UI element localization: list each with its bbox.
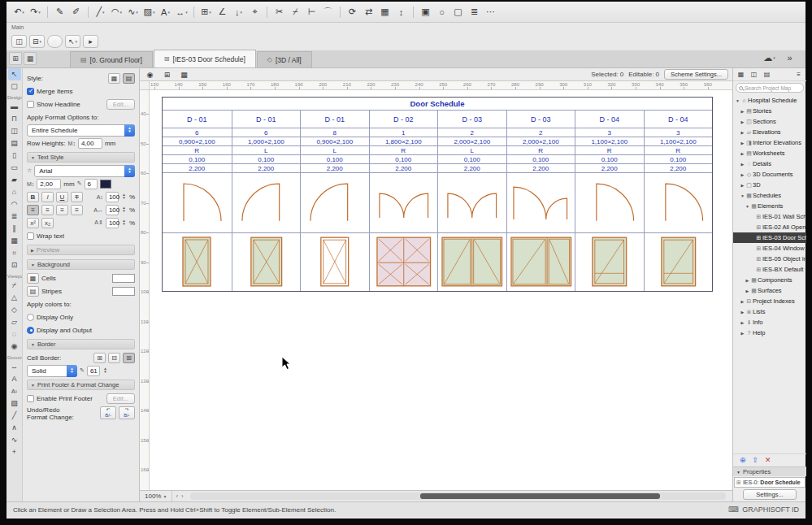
schedule-cell-header[interactable]: D - 01 bbox=[300, 111, 369, 128]
tree-item[interactable]: ⊞IES-02 All Openin... bbox=[733, 222, 806, 232]
schedule-cell-swing[interactable]: R bbox=[575, 146, 644, 154]
schedule-cell-height[interactable]: 2,200 bbox=[506, 164, 575, 172]
gravity-icon[interactable]: ↓▾ bbox=[231, 5, 246, 20]
delete-item-icon[interactable]: ✕ bbox=[765, 456, 771, 464]
tree-item[interactable]: ▶≣Lists bbox=[733, 306, 806, 317]
curtain-wall-tool[interactable]: ▤ bbox=[8, 137, 21, 150]
split-icon[interactable]: ⌿ bbox=[288, 5, 303, 20]
properties-item-row[interactable]: ⊞ IES-0: Door Schedule bbox=[734, 477, 805, 488]
quick-options-eye-icon[interactable]: ◉ bbox=[144, 69, 156, 80]
border-section-header[interactable]: ▼ Border bbox=[27, 339, 135, 349]
align-justify-icon[interactable]: ≡ bbox=[71, 205, 83, 215]
spline-tool-icon[interactable]: ∿▾ bbox=[125, 5, 141, 20]
detail-tool[interactable]: ◌ bbox=[8, 328, 21, 341]
stepper-icon[interactable]: ▲▼ bbox=[121, 206, 127, 213]
grid-snap-icon[interactable]: ⊞▾ bbox=[198, 5, 214, 20]
tab-overflow-icon[interactable]: » bbox=[782, 50, 797, 65]
word-spacing-input[interactable]: 100 bbox=[106, 205, 119, 215]
schedule-cell-swing[interactable]: R bbox=[163, 146, 232, 154]
schedule-cell-qty[interactable]: 3 bbox=[575, 128, 644, 137]
section-tool[interactable]: ⌿ bbox=[8, 280, 21, 292]
stretch-icon[interactable]: ↕ bbox=[393, 5, 409, 20]
stepper-icon[interactable]: ▲▼ bbox=[121, 219, 127, 226]
tree-item[interactable]: ▼▦Elements bbox=[733, 201, 806, 211]
bold-button[interactable]: B bbox=[27, 192, 39, 202]
more-tools-icon[interactable]: ⋯ bbox=[483, 5, 498, 20]
tree-item[interactable]: ▼▦Schedules bbox=[733, 190, 806, 201]
show-headline-checkbox[interactable] bbox=[27, 101, 34, 108]
door-elevation-drawing[interactable] bbox=[163, 233, 232, 291]
expander-icon[interactable]: ▼ bbox=[745, 204, 750, 209]
schedule-cell-swing[interactable]: L bbox=[437, 146, 506, 154]
tree-item[interactable]: ▶◌Details bbox=[733, 158, 806, 169]
schedule-cell-swing[interactable]: L bbox=[300, 146, 369, 154]
strikethrough-button[interactable]: T bbox=[71, 192, 83, 202]
expander-icon[interactable]: ▶ bbox=[740, 130, 745, 135]
schedule-cell-swing[interactable]: L bbox=[232, 146, 301, 154]
favorite-font-icon[interactable]: ☆ bbox=[27, 167, 32, 174]
horizontal-scrollbar[interactable] bbox=[190, 492, 726, 500]
expander-icon[interactable]: ▶ bbox=[740, 310, 745, 315]
tree-item[interactable]: ⊞IES-05 Object Inv... bbox=[733, 254, 806, 264]
door-elevation-drawing[interactable] bbox=[232, 233, 301, 291]
schedule-cell-qty[interactable]: 2 bbox=[437, 128, 506, 137]
schedule-cell-size[interactable]: 1,100×2,100 bbox=[644, 137, 713, 145]
schedule-cell-qty[interactable]: 6 bbox=[163, 128, 232, 137]
expander-icon[interactable]: ▶ bbox=[740, 172, 745, 177]
text-tool[interactable]: A bbox=[8, 373, 21, 385]
text-tool-icon[interactable]: A▾ bbox=[158, 5, 173, 20]
tab-scroll-right-icon[interactable]: › bbox=[181, 492, 184, 500]
teamwork-cloud-icon[interactable]: ☁▾ bbox=[762, 50, 777, 65]
window-tool[interactable]: ◫ bbox=[8, 125, 21, 137]
tree-item[interactable]: ▶?Help bbox=[733, 328, 806, 338]
stepper-icon[interactable]: ▲▼ bbox=[102, 367, 108, 374]
tree-item[interactable]: ⊞IES-BX Default fo... bbox=[733, 264, 806, 275]
underline-button[interactable]: U bbox=[56, 192, 68, 202]
element-snap-icon[interactable]: ⌖ bbox=[247, 5, 263, 20]
superscript-button[interactable]: x² bbox=[27, 218, 39, 228]
letter-spacing-input[interactable]: 100 bbox=[106, 192, 119, 202]
navigator-settings-button[interactable]: Settings... bbox=[743, 489, 797, 500]
stripes-color-icon[interactable]: ▤ bbox=[27, 286, 39, 297]
schedule-cell-size[interactable]: 1,100×2,100 bbox=[575, 137, 644, 145]
tree-item[interactable]: ▶▤Stories bbox=[733, 106, 806, 116]
project-map-search[interactable]: Search Project Map bbox=[736, 83, 804, 93]
row-height-input[interactable]: 4,00 bbox=[78, 138, 102, 149]
scheme-table-icon[interactable]: ⊞ bbox=[161, 69, 173, 80]
camera-tool[interactable]: ◉ bbox=[8, 341, 21, 353]
schedule-cell-height[interactable]: 2,200 bbox=[575, 164, 644, 172]
expander-icon[interactable]: ▶ bbox=[740, 119, 745, 124]
arrow-cursor-icon[interactable]: ↖▾ bbox=[65, 35, 80, 48]
mirror-icon[interactable]: ⇄ bbox=[361, 5, 376, 20]
schedule-cell-sill[interactable]: 0,100 bbox=[437, 155, 506, 163]
fields-table-icon[interactable]: ▦ bbox=[178, 69, 190, 80]
font-color-swatch[interactable] bbox=[100, 180, 111, 189]
schedule-cell-swing[interactable]: R bbox=[644, 146, 713, 154]
style-table-icon[interactable]: ▤ bbox=[123, 73, 135, 84]
schedule-cell-sill[interactable]: 0,100 bbox=[644, 155, 713, 163]
door-elevation-drawing[interactable] bbox=[644, 233, 713, 291]
redo-format-button[interactable]: ↷B/- bbox=[119, 406, 135, 419]
expander-icon[interactable]: ▶ bbox=[745, 289, 750, 293]
project-map-icon[interactable]: ▦ bbox=[736, 69, 746, 80]
zoom-icon[interactable]: ○ bbox=[434, 5, 449, 20]
layers-icon[interactable]: ≣ bbox=[467, 5, 482, 20]
schedule-cell-height[interactable]: 2,200 bbox=[437, 164, 506, 172]
tree-item[interactable]: ▶◇3D Documents bbox=[733, 169, 806, 180]
scrollbar-thumb[interactable] bbox=[420, 493, 660, 499]
schedule-cell-swing[interactable]: R bbox=[506, 146, 575, 154]
schedule-cell-sill[interactable]: 0,100 bbox=[163, 155, 232, 163]
expander-icon[interactable]: ▶ bbox=[740, 299, 745, 304]
schedule-cell-header[interactable]: D - 03 bbox=[506, 111, 575, 128]
tab-ground-floor[interactable]: ▤[0. Ground Floor] bbox=[70, 51, 153, 67]
expander-icon[interactable]: ▶ bbox=[740, 141, 745, 145]
schedule-cell-qty[interactable]: 6 bbox=[232, 128, 301, 137]
palette-split-icon[interactable]: ⊟▾ bbox=[29, 35, 45, 48]
text-style-section-header[interactable]: ▼ Text Style bbox=[27, 152, 135, 163]
cells-color-icon[interactable]: ▦ bbox=[27, 273, 39, 284]
expander-icon[interactable]: ▼ bbox=[740, 193, 745, 198]
tab-scroll-left-icon[interactable]: ‹ bbox=[176, 492, 178, 500]
elevation-tool[interactable]: △ bbox=[8, 292, 21, 304]
tree-item[interactable]: ▶▢3D bbox=[733, 180, 806, 190]
tree-item[interactable]: ▶◨Interior Elevations bbox=[733, 137, 806, 148]
